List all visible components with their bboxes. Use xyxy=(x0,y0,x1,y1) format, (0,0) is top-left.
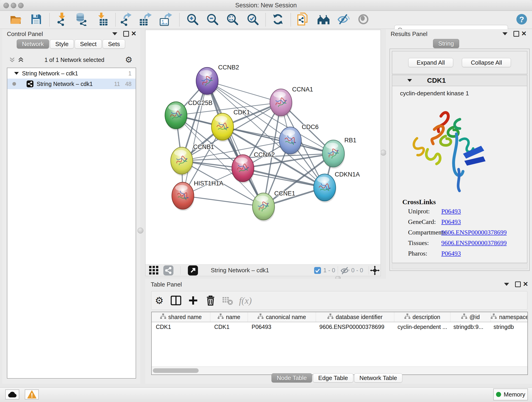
collection-expand-caret-icon[interactable] xyxy=(14,72,19,75)
tab-select[interactable]: Select xyxy=(75,39,102,49)
column-header-canonical-name[interactable]: canonical name xyxy=(248,312,316,322)
expand-all-button[interactable]: Expand All xyxy=(408,58,453,67)
import-network-from-database-button[interactable] xyxy=(75,13,88,27)
network-node-rb1[interactable]: RB1 xyxy=(322,137,356,169)
table-row[interactable]: CDK1CDK1P064939606.ENSP00000378699cyclin… xyxy=(152,322,527,332)
table-options-gear-icon[interactable]: ⚙ xyxy=(155,295,164,306)
add-column-icon[interactable] xyxy=(188,295,198,306)
table-cell: CDK1 xyxy=(152,322,210,332)
collapse-all-chevron-icon[interactable] xyxy=(9,57,15,63)
crosslinks-section: CrossLinks Uniprot:P06493GeneCard:P06493… xyxy=(392,198,527,260)
column-header-label: name xyxy=(226,314,240,320)
network-node-hist1h1a[interactable]: HIST1H1A xyxy=(172,180,223,211)
string-import-button[interactable] xyxy=(297,13,309,27)
close-panel-icon[interactable]: ✕ xyxy=(131,31,136,37)
export-network-button[interactable] xyxy=(120,13,132,27)
show-columns-icon[interactable] xyxy=(171,296,181,305)
network-collection-row[interactable]: String Network – cdk1 1 xyxy=(7,68,136,79)
results-scrollbar-track[interactable] xyxy=(392,264,527,269)
cloud-button[interactable] xyxy=(5,389,19,400)
export-image-button[interactable] xyxy=(160,13,172,27)
zoom-out-button[interactable] xyxy=(206,13,218,26)
tab-network-table[interactable]: Network Table xyxy=(354,373,402,383)
results-actions-box: Expand All Collapse All xyxy=(392,51,527,74)
tab-network[interactable]: Network xyxy=(17,39,49,49)
float-panel-icon[interactable] xyxy=(123,31,129,37)
panel-menu-caret-icon[interactable] xyxy=(504,283,509,286)
column-header-description[interactable]: description xyxy=(394,312,450,322)
panel-menu-caret-icon[interactable] xyxy=(502,32,507,35)
crosslink-link[interactable]: P06493 xyxy=(441,208,461,215)
network-canvas[interactable]: CCNB2CCNA1CDC25BCDK1CDC6RB1CCNB1CCNA2CDK… xyxy=(145,30,381,265)
birds-eye-share-icon[interactable] xyxy=(163,265,173,275)
memory-button[interactable]: Memory xyxy=(493,389,528,400)
network-edge[interactable] xyxy=(207,81,264,206)
zoom-in-button[interactable] xyxy=(186,13,198,26)
export-network-icon xyxy=(120,13,132,26)
save-session-button[interactable] xyxy=(31,13,42,26)
node-label: CCNA2 xyxy=(254,151,275,158)
gene-entry-header[interactable]: CDK1 xyxy=(392,75,527,86)
network-node-cdc6[interactable]: CDC6 xyxy=(279,123,319,156)
node-label: CDC25B xyxy=(188,99,213,106)
collapse-all-button[interactable]: Collapse All xyxy=(462,58,511,67)
column-header-name[interactable]: name xyxy=(210,312,248,322)
column-header--id[interactable]: @id xyxy=(450,312,491,322)
network-node-ccnb2[interactable]: CCNB2 xyxy=(196,64,239,96)
zoom-selected-button[interactable] xyxy=(247,13,259,26)
crosslink-label: Uniprot: xyxy=(408,208,430,215)
column-header-label: shared name xyxy=(168,314,202,320)
crosslink-row: Tissues:9606.ENSP00000378699 xyxy=(392,239,527,250)
network-node-cdkn1a[interactable]: CDKN1A xyxy=(314,171,360,203)
tab-sets[interactable]: Sets xyxy=(103,39,125,49)
tab-style[interactable]: Style xyxy=(50,39,74,49)
zoom-fit-button[interactable] xyxy=(226,13,238,26)
network-edge[interactable] xyxy=(183,196,264,206)
crosslink-link[interactable]: 9606.ENSP00000378699 xyxy=(441,239,507,247)
crosslink-link[interactable]: P06493 xyxy=(441,218,461,225)
network-edge[interactable] xyxy=(183,81,207,196)
float-panel-icon[interactable] xyxy=(515,281,521,287)
float-panel-icon[interactable] xyxy=(513,31,519,37)
hierarchy-column-icon xyxy=(327,313,333,320)
zoom-out-icon xyxy=(206,13,218,25)
column-header-database-identifier[interactable]: database identifier xyxy=(316,312,394,322)
help-button[interactable]: ? xyxy=(516,13,527,26)
entry-collapse-caret-icon[interactable] xyxy=(407,79,412,82)
node-label: CCNB2 xyxy=(218,64,239,71)
expand-all-chevron-icon[interactable] xyxy=(18,57,24,63)
close-panel-icon[interactable]: ✕ xyxy=(523,281,528,287)
inactive-eye-button[interactable] xyxy=(358,13,369,26)
refresh-button[interactable] xyxy=(272,13,284,26)
close-panel-icon[interactable]: ✕ xyxy=(521,31,526,37)
right-splitter-handle[interactable] xyxy=(380,150,386,156)
panel-menu-caret-icon[interactable] xyxy=(112,32,117,35)
crosslink-link[interactable]: 9606.ENSP00000378699 xyxy=(441,229,507,236)
tab-edge-table[interactable]: Edge Table xyxy=(313,373,353,383)
network-node-ccne1[interactable]: CCNE1 xyxy=(253,190,295,222)
import-table-button[interactable] xyxy=(96,13,108,27)
table-hscrollbar-thumb[interactable] xyxy=(153,368,199,373)
tab-node-table[interactable]: Node Table xyxy=(272,373,312,383)
export-table-button[interactable] xyxy=(139,13,152,27)
warnings-button[interactable] xyxy=(25,389,39,400)
view-grid-icon[interactable] xyxy=(149,266,159,275)
home-button[interactable] xyxy=(317,13,330,26)
import-network-button[interactable] xyxy=(56,13,68,27)
tab-string[interactable]: String xyxy=(433,39,459,48)
network-options-gear-icon[interactable]: ⚙ xyxy=(125,55,133,65)
crosslink-link[interactable]: P06493 xyxy=(441,250,461,257)
column-header-shared-name[interactable]: shared name xyxy=(152,312,210,322)
network-row[interactable]: String Network – cdk1 11 48 xyxy=(7,79,136,89)
open-session-button[interactable] xyxy=(10,13,22,26)
selected-checkbox-icon[interactable] xyxy=(314,267,321,274)
hidden-eye-slash-icon[interactable] xyxy=(341,267,350,274)
launch-view-icon[interactable] xyxy=(188,265,198,275)
table-panel-title: Table Panel xyxy=(151,281,182,288)
show-hide-graphics-button[interactable] xyxy=(337,13,350,26)
fit-content-crosshair-icon[interactable] xyxy=(370,266,380,275)
network-edge[interactable] xyxy=(222,127,333,153)
delete-column-trash-icon[interactable] xyxy=(206,295,215,306)
column-header-namespace[interactable]: namespace xyxy=(491,312,528,322)
left-splitter-handle[interactable] xyxy=(138,228,143,234)
